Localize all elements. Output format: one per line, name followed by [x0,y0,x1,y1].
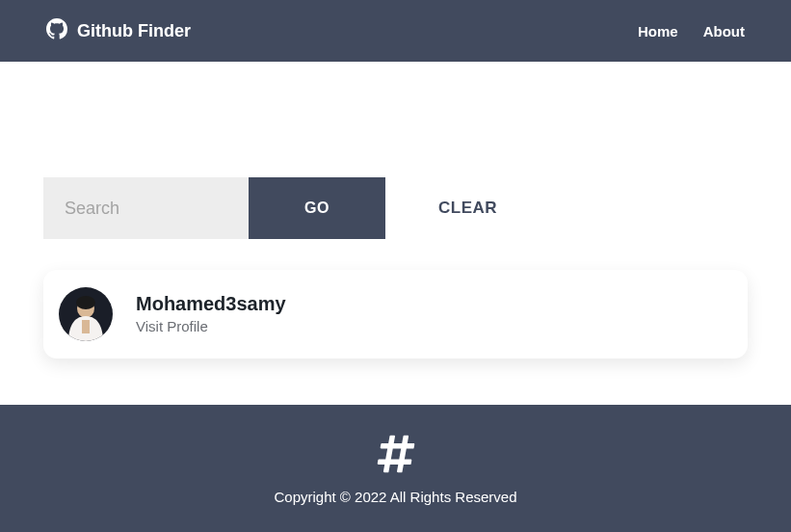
hashtag-icon [375,433,417,479]
user-username: Mohamed3samy [136,293,286,315]
brand[interactable]: Github Finder [46,18,191,44]
brand-title: Github Finder [77,21,191,41]
footer-copyright: Copyright © 2022 All Rights Reserved [274,489,516,505]
user-info: Mohamed3samy Visit Profile [136,293,286,335]
search-input[interactable] [43,177,249,239]
results: Mohamed3samy Visit Profile [43,270,748,359]
nav-link-about[interactable]: About [703,23,745,40]
main-content: GO CLEAR Mohamed3samy Visit Profile [0,62,791,405]
clear-button[interactable]: CLEAR [438,199,497,218]
search-row: GO CLEAR [43,177,748,239]
github-icon [46,18,67,44]
avatar [59,287,113,341]
nav-link-home[interactable]: Home [638,23,678,40]
user-card: Mohamed3samy Visit Profile [43,270,748,359]
svg-point-3 [76,296,95,309]
visit-profile-link[interactable]: Visit Profile [136,318,208,334]
nav-links: Home About [638,23,745,40]
footer: Copyright © 2022 All Rights Reserved [0,405,791,532]
navbar: Github Finder Home About [0,0,791,62]
go-button[interactable]: GO [249,177,385,239]
svg-rect-2 [82,320,90,333]
